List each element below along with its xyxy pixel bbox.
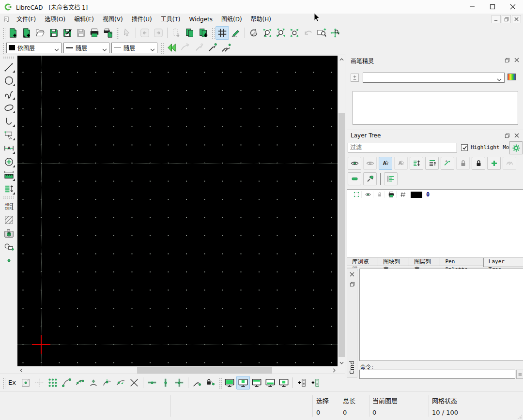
view-mode-2-button[interactable] <box>236 376 250 390</box>
menu-item-1[interactable]: 文件(F) <box>12 14 40 25</box>
color-combobox[interactable]: 依图层 <box>6 43 62 53</box>
dock-tab-2[interactable]: 图块列表 <box>378 258 409 266</box>
point-tool-button[interactable] <box>1 254 16 267</box>
dock-tab-5[interactable]: Layer Tree <box>483 258 523 267</box>
pen-path-button[interactable] <box>178 41 192 55</box>
stepper-button[interactable] <box>351 74 359 82</box>
restrict-orthogonal-button[interactable] <box>172 376 186 390</box>
circle-tool-button[interactable] <box>1 74 16 87</box>
menu-item-3[interactable]: 编辑(E) <box>70 14 98 25</box>
command-options-button[interactable] <box>516 370 523 379</box>
copy-button[interactable] <box>183 26 197 40</box>
scroll-right-button[interactable] <box>330 367 338 374</box>
hatch-tool-button[interactable] <box>1 213 16 226</box>
redraw-button[interactable] <box>247 26 261 40</box>
float-dock-icon[interactable] <box>503 56 511 64</box>
toolbar-handle[interactable] <box>160 42 164 54</box>
float-dock-icon[interactable] <box>503 132 511 139</box>
add-toolbar-button[interactable] <box>295 376 308 390</box>
merge-layer-button[interactable] <box>503 157 516 170</box>
edit-layer-name-alt-button[interactable]: A <box>394 157 408 170</box>
match-layer-button[interactable]: A <box>441 157 454 170</box>
mdi-minimize-button[interactable] <box>492 15 501 23</box>
menu-item-9[interactable]: 帮助(H) <box>246 14 276 25</box>
ellipse-tool-button[interactable] <box>1 101 16 114</box>
zoom-auto-button[interactable] <box>288 26 301 40</box>
highlight-mode-checkbox[interactable] <box>461 144 468 151</box>
snap-on-entity-button[interactable] <box>73 376 87 390</box>
dimension-tool-button[interactable]: A <box>1 141 16 155</box>
pen-pick-button[interactable] <box>192 41 205 55</box>
unlock-all-layers-button[interactable] <box>456 157 470 170</box>
layer-properties-button[interactable] <box>384 172 398 185</box>
dock-tab-4[interactable]: Pen Palette <box>440 258 483 266</box>
selection-tool-button[interactable] <box>1 128 16 141</box>
undo-button[interactable] <box>138 26 152 40</box>
layer-color-swatch[interactable] <box>411 192 422 198</box>
zoom-pan-button[interactable] <box>328 26 342 40</box>
zoom-out-button[interactable] <box>274 26 288 40</box>
close-dock-icon[interactable] <box>513 132 521 139</box>
modify-tool-button[interactable] <box>1 155 16 168</box>
new-from-template-button[interactable] <box>20 26 33 40</box>
toolbar-handle[interactable] <box>3 56 15 59</box>
add-layer-button[interactable] <box>487 157 501 170</box>
sort-layers-button[interactable] <box>410 157 423 170</box>
kill-selection-button[interactable] <box>169 26 183 40</box>
command-history[interactable] <box>359 269 523 361</box>
layer-print-icon[interactable] <box>386 191 397 198</box>
save-button[interactable] <box>47 26 61 40</box>
grid-toggle-button[interactable] <box>215 26 229 40</box>
snap-grid-button[interactable] <box>32 376 46 390</box>
layer-settings-button[interactable] <box>509 141 523 154</box>
window-maximize-button[interactable] <box>482 0 503 14</box>
mdi-restore-button[interactable] <box>502 15 511 23</box>
curve-tool-button[interactable] <box>1 87 16 101</box>
zoom-previous-button[interactable] <box>301 26 315 40</box>
pen-wizard-list[interactable] <box>353 91 518 125</box>
pen-select-combobox[interactable] <box>363 73 505 83</box>
lock-relative-zero-button[interactable] <box>204 376 217 390</box>
order-tool-button[interactable] <box>1 182 16 195</box>
pen-copy-button[interactable] <box>219 41 232 55</box>
block-tool-button[interactable] <box>1 240 16 254</box>
edit-layer-name-button[interactable]: A <box>379 157 392 170</box>
snap-on-grid-button[interactable] <box>46 376 60 390</box>
toolbar-handle[interactable] <box>116 27 119 39</box>
back-button[interactable] <box>165 41 178 55</box>
toolbar-handle[interactable] <box>2 377 5 389</box>
dock-tab-1[interactable]: 库浏览器 <box>347 258 378 266</box>
toolbar-handle[interactable] <box>2 27 5 39</box>
layer-lock-icon[interactable] <box>374 191 385 198</box>
snap-endpoints-button[interactable] <box>60 376 73 390</box>
set-relative-zero-button[interactable] <box>190 376 204 390</box>
sort-layers-top-button[interactable] <box>425 157 439 170</box>
paste-button[interactable] <box>197 26 210 40</box>
view-mode-5-button[interactable] <box>277 376 291 390</box>
save-as-button[interactable] <box>61 26 74 40</box>
close-dock-icon[interactable] <box>513 56 521 64</box>
print-preview-button[interactable] <box>101 26 115 40</box>
restrict-horizontal-button[interactable] <box>145 376 159 390</box>
polyline-tool-button[interactable] <box>1 114 16 128</box>
snap-intersection-button[interactable] <box>127 376 141 390</box>
new-drawing-button[interactable] <box>6 26 20 40</box>
close-dock-icon[interactable] <box>348 270 356 278</box>
mtext-tool-button[interactable]: ABCDEF <box>1 199 16 213</box>
linetype-combobox[interactable]: 随层 <box>63 43 109 53</box>
layer-filter-input[interactable] <box>348 143 457 152</box>
scroll-up-button[interactable] <box>338 56 345 63</box>
window-minimize-button[interactable] <box>462 0 482 14</box>
scroll-down-button[interactable] <box>338 359 345 366</box>
linewidth-combobox[interactable]: 随层 <box>111 43 157 53</box>
vertical-scrollbar[interactable] <box>338 56 345 366</box>
zoom-in-button[interactable] <box>261 26 274 40</box>
hscroll-thumb[interactable] <box>137 367 272 374</box>
toolbar-handle[interactable] <box>2 42 5 54</box>
toolbar-handle[interactable] <box>218 377 222 389</box>
menu-item-2[interactable]: 选项(O) <box>40 14 70 25</box>
show-all-layers-button[interactable] <box>348 157 361 170</box>
image-tool-button[interactable] <box>1 226 16 240</box>
menu-item-6[interactable]: 工具(T) <box>156 14 185 25</box>
remove-layer-button[interactable] <box>348 172 361 185</box>
